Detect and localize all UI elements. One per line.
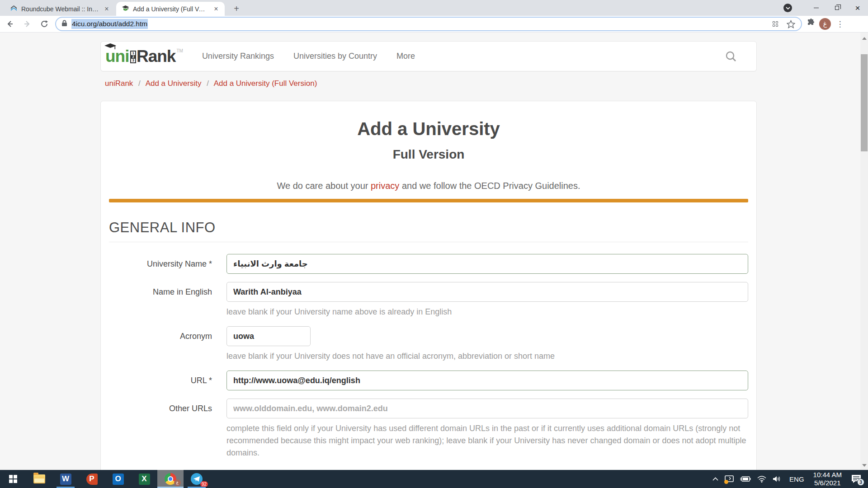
minimize-button[interactable] [806,0,826,16]
search-icon[interactable] [725,51,737,65]
excel-button[interactable]: X [131,470,157,488]
privacy-link[interactable]: privacy [371,181,399,191]
breadcrumb-separator: / [138,79,141,88]
form-row-university-name: University Name * [109,254,748,274]
other-urls-input[interactable] [226,399,748,418]
tray-alert-dot [724,480,728,484]
chrome-button-active[interactable]: غ [157,470,184,488]
tray-battery-icon[interactable] [737,470,754,488]
windows-taskbar: W P O X غ 92 [0,470,868,488]
university-name-input[interactable] [226,254,748,274]
refresh-icon[interactable] [37,17,52,31]
word-button[interactable]: W [52,470,79,488]
back-icon[interactable] [3,17,17,31]
other-urls-help: complete this field only if your Univers… [226,422,748,459]
file-explorer-button[interactable] [26,470,52,488]
close-tab-icon[interactable]: × [103,5,111,13]
form-row-name-in-english: Name in English leave blank if your Univ… [109,282,748,318]
logo-tm: TM [176,48,183,53]
new-tab-button[interactable]: + [231,3,242,15]
start-button[interactable] [0,470,26,488]
university-name-label: University Name * [109,254,212,274]
graduation-cap-icon [104,43,116,52]
page-viewport: uni 123 Rank TM University Rankings Univ… [0,33,868,470]
tab-title: Roundcube Webmail :: Inbox [21,5,99,13]
tray-chevron-up-icon[interactable] [709,470,722,488]
screen: Roundcube Webmail :: Inbox × Add a Unive… [0,0,868,488]
logo-rank-text: Rank [137,49,175,64]
form-row-url: URL * [109,371,748,390]
add-university-form: University Name * Name in English leave … [109,254,748,459]
nav-universities-by-country[interactable]: Universities by Country [293,52,377,61]
page-subtitle: Full Version [109,147,748,162]
browser-titlebar: Roundcube Webmail :: Inbox × Add a Unive… [0,0,868,16]
tray-wifi-icon[interactable] [754,470,769,488]
url-label: URL * [109,371,212,390]
chrome-update-chevron-icon[interactable] [783,4,792,12]
outlook-button[interactable]: O [105,470,131,488]
tray-language[interactable]: ENG [785,470,809,488]
address-bar[interactable]: 4icu.org/about/add2.htm [55,17,802,31]
breadcrumb-add-a-university-full[interactable]: Add a University (Full Version) [214,79,317,88]
breadcrumb-unirank[interactable]: uniRank [105,79,133,88]
chrome-profile-badge: غ [174,479,181,486]
name-in-english-help: leave blank if your University name abov… [226,306,748,318]
close-window-button[interactable]: × [847,0,868,16]
qr-grid-icon[interactable] [769,18,781,30]
forward-icon[interactable] [20,17,34,31]
window-controls: × [783,0,868,16]
url-input[interactable] [226,371,748,390]
tray-volume-icon[interactable] [769,470,785,488]
logo-123-block: 123 [130,51,136,63]
system-tray: ENG 10:44 AM5/6/2021 3 [709,470,868,488]
acronym-label: Acronym [109,326,212,362]
restore-button[interactable] [826,0,847,16]
section-heading-general-info: GENERAL INFO [109,220,748,242]
tray-date: 5/6/2021 [814,479,840,487]
notification-center-button[interactable]: 3 [846,470,868,488]
unirank-logo[interactable]: uni 123 Rank TM [105,48,183,64]
excel-icon: X [139,474,150,485]
browser-toolbar: 4icu.org/about/add2.htm غ ⋮ [0,16,868,33]
scroll-down-icon[interactable] [860,461,868,469]
telegram-unread-badge: 92 [200,481,208,487]
form-row-other-urls: Other URLs complete this field only if y… [109,399,748,459]
acronym-input[interactable] [226,326,311,346]
breadcrumb-add-a-university[interactable]: Add a University [146,79,202,88]
windows-logo-icon [9,475,17,483]
telegram-button[interactable]: 92 [184,470,210,488]
menu-dots-icon[interactable]: ⋮ [835,19,845,29]
word-icon: W [60,474,71,485]
orange-divider [109,199,748,202]
site-navbar: uni 123 Rank TM University Rankings Univ… [100,41,757,71]
scrollbar-thumb[interactable] [861,54,868,151]
powerpoint-icon: P [86,474,98,485]
tab-add-a-university[interactable]: Add a University (Full Version) × [116,2,225,16]
page-title: Add a University [109,119,748,139]
nav-university-rankings[interactable]: University Rankings [202,52,274,61]
profile-avatar[interactable]: غ [819,18,831,30]
name-in-english-label: Name in English [109,282,212,318]
tab-roundcube-webmail[interactable]: Roundcube Webmail :: Inbox × [5,2,115,16]
roundcube-icon [10,5,18,13]
name-in-english-input[interactable] [226,282,748,302]
acronym-help: leave blank if your University does not … [226,350,748,362]
breadcrumb-separator: / [207,79,209,88]
vertical-scrollbar[interactable] [860,33,868,470]
powerpoint-button[interactable]: P [79,470,105,488]
close-tab-icon[interactable]: × [212,5,220,13]
tray-display-icon[interactable] [722,470,737,488]
nav-more[interactable]: More [396,52,415,61]
tab-title: Add a University (Full Version) [133,5,208,13]
lock-icon[interactable] [61,20,67,28]
url-text-selected[interactable]: 4icu.org/about/add2.htm [71,19,148,29]
site-nav-links: University Rankings Universities by Coun… [202,52,415,61]
breadcrumb: uniRank / Add a University / Add a Unive… [105,79,317,88]
main-content-card: Add a University Full Version We do care… [100,101,757,470]
tray-clock[interactable]: 10:44 AM5/6/2021 [809,470,846,488]
notification-count-badge: 3 [857,479,864,486]
privacy-line: We do care about your privacy and we fol… [109,181,748,191]
star-icon[interactable] [785,18,797,30]
extensions-puzzle-icon[interactable] [807,19,816,29]
scroll-up-icon[interactable] [860,34,868,42]
